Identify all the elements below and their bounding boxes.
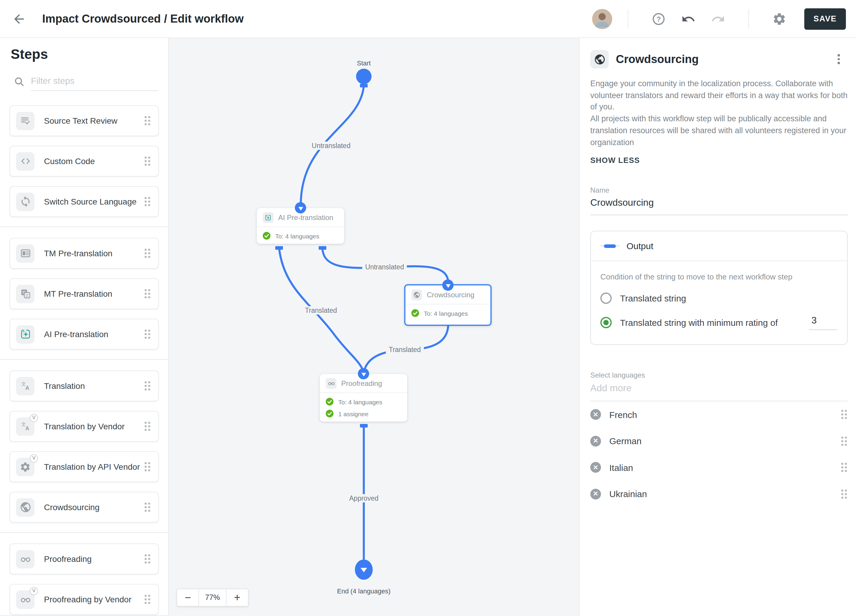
step-translation[interactable]: 文A Translation: [9, 370, 159, 401]
radio-label: Translated string: [620, 293, 686, 303]
topbar: Impact Crowdsourced / Edit workflow ? SA…: [0, 0, 856, 38]
edge-label-untranslated-2: Untranslated: [362, 263, 407, 271]
language-row-ukrainian: ✕ Ukrainian: [590, 481, 848, 507]
drag-handle-icon[interactable]: [144, 421, 151, 432]
step-source-text-review[interactable]: Source Text Review: [9, 105, 159, 136]
drag-handle-icon[interactable]: [144, 461, 151, 472]
radio-selected-icon[interactable]: [600, 317, 612, 328]
steps-group-review: Source Text Review Custom Code Switch So…: [9, 105, 159, 217]
panel-header: Crowdsourcing: [590, 50, 848, 68]
settings-button[interactable]: [772, 12, 787, 26]
svg-text:A: A: [25, 425, 29, 431]
minimum-rating-input[interactable]: 3: [809, 315, 838, 330]
start-node-label: Start: [357, 60, 371, 66]
name-input[interactable]: [590, 194, 848, 215]
end-node-label: End (4 languages): [337, 587, 391, 594]
radio-unselected-icon[interactable]: [600, 293, 612, 304]
radio-option-minimum-rating[interactable]: Translated string with minimum rating of…: [600, 315, 838, 330]
node-row-text: To: 4 languages: [275, 232, 319, 239]
drag-handle-icon[interactable]: [144, 196, 151, 207]
name-field-label: Name: [590, 186, 848, 194]
step-custom-code[interactable]: Custom Code: [9, 146, 159, 177]
drag-handle-icon[interactable]: [841, 462, 848, 473]
avatar[interactable]: [592, 9, 612, 29]
globe-icon: [594, 53, 605, 65]
sync-icon: [19, 196, 31, 208]
node-title: Crowdsourcing: [427, 291, 474, 299]
node-proofreading[interactable]: Proofreading To: 4 languages 1 assignee: [320, 374, 407, 422]
step-label: TM Pre-translation: [44, 248, 112, 258]
drag-handle-icon[interactable]: [841, 436, 848, 447]
drag-handle-icon[interactable]: [144, 502, 151, 513]
globe-icon: [19, 501, 31, 513]
vendor-badge: V: [30, 587, 38, 595]
start-output-stub: [360, 84, 368, 88]
vendor-badge: V: [30, 454, 38, 462]
glasses-icon: [327, 379, 335, 387]
show-less-link[interactable]: SHOW LESS: [590, 156, 640, 165]
step-translation-by-api-vendor[interactable]: V Translation by API Vendor: [9, 451, 159, 482]
code-icon: [19, 155, 31, 167]
drag-handle-icon[interactable]: [144, 594, 151, 605]
save-button[interactable]: SAVE: [804, 8, 846, 29]
filter-steps-row: [9, 74, 159, 91]
language-row-german: ✕ German: [590, 428, 848, 454]
step-switch-source-language[interactable]: Switch Source Language: [9, 186, 159, 217]
workflow-editor: Impact Crowdsourced / Edit workflow ? SA…: [0, 0, 856, 616]
step-description: Engage your community in the localizatio…: [590, 78, 848, 148]
workflow-canvas[interactable]: Start Untranslated Untranslated Translat…: [169, 38, 579, 616]
step-mt-pre-translation[interactable]: G文 MT Pre-translation: [9, 278, 159, 309]
input-port-icon[interactable]: [442, 279, 454, 291]
undo-button[interactable]: [681, 12, 696, 26]
proofreading-output-stub: [360, 424, 368, 428]
check-icon: [263, 232, 271, 240]
zoom-out-button[interactable]: −: [177, 589, 199, 607]
help-button[interactable]: ?: [651, 12, 666, 26]
drag-handle-icon[interactable]: [144, 156, 151, 166]
output-card: Output Condition of the string to move t…: [590, 231, 848, 345]
drag-handle-icon[interactable]: [841, 489, 848, 499]
drag-handle-icon[interactable]: [841, 410, 848, 420]
drag-handle-icon[interactable]: [144, 116, 151, 126]
step-ai-pre-translation[interactable]: AI Pre-translation: [9, 319, 159, 350]
back-button[interactable]: [12, 12, 26, 26]
step-proofreading-by-vendor[interactable]: V Proofreading by Vendor: [9, 584, 159, 615]
language-name: Italian: [609, 463, 633, 473]
drag-handle-icon[interactable]: [144, 329, 151, 339]
edge-label-untranslated-1: Untranslated: [309, 142, 353, 150]
drag-handle-icon[interactable]: [144, 554, 151, 564]
node-crowdsourcing[interactable]: Crowdsourcing To: 4 languages: [404, 284, 492, 326]
drag-handle-icon[interactable]: [144, 288, 151, 299]
step-proofreading[interactable]: Proofreading: [9, 544, 159, 574]
drag-handle-icon[interactable]: [144, 380, 151, 391]
input-port-icon[interactable]: [295, 202, 306, 214]
check-icon: [326, 398, 334, 405]
zoom-in-button[interactable]: +: [226, 589, 248, 607]
tm-card-icon: [19, 247, 31, 259]
filter-steps-input[interactable]: [31, 74, 159, 91]
step-label: Switch Source Language: [44, 197, 136, 206]
remove-language-icon[interactable]: ✕: [590, 436, 601, 447]
input-port-icon[interactable]: [358, 368, 369, 379]
step-crowdsourcing[interactable]: Crowdsourcing: [9, 492, 159, 523]
svg-text:?: ?: [657, 15, 661, 23]
kebab-menu-icon[interactable]: [833, 52, 844, 66]
ai-output-stub-left: [275, 246, 283, 250]
remove-language-icon[interactable]: ✕: [590, 489, 601, 499]
translate-icon: 文A: [19, 420, 31, 432]
drag-handle-icon[interactable]: [144, 248, 151, 259]
node-row-text: 1 assignee: [338, 410, 368, 417]
steps-group-proofreading: Proofreading V Proofreading by Vendor: [0, 532, 168, 615]
step-translation-by-vendor[interactable]: 文AV Translation by Vendor: [9, 411, 159, 442]
remove-language-icon[interactable]: ✕: [590, 462, 601, 473]
language-name: Ukrainian: [609, 489, 647, 499]
node-ai-pre-translation[interactable]: AI Pre-translation To: 4 languages: [257, 208, 344, 244]
ai-sparkle-icon: [265, 214, 272, 221]
step-tm-pre-translation[interactable]: TM Pre-translation: [9, 238, 159, 269]
description-paragraph: Engage your community in the localizatio…: [590, 78, 848, 113]
redo-icon: [711, 12, 725, 26]
redo-button[interactable]: [711, 12, 725, 26]
add-language-input[interactable]: [590, 379, 848, 401]
radio-option-translated-string[interactable]: Translated string: [600, 293, 838, 304]
remove-language-icon[interactable]: ✕: [590, 410, 601, 420]
